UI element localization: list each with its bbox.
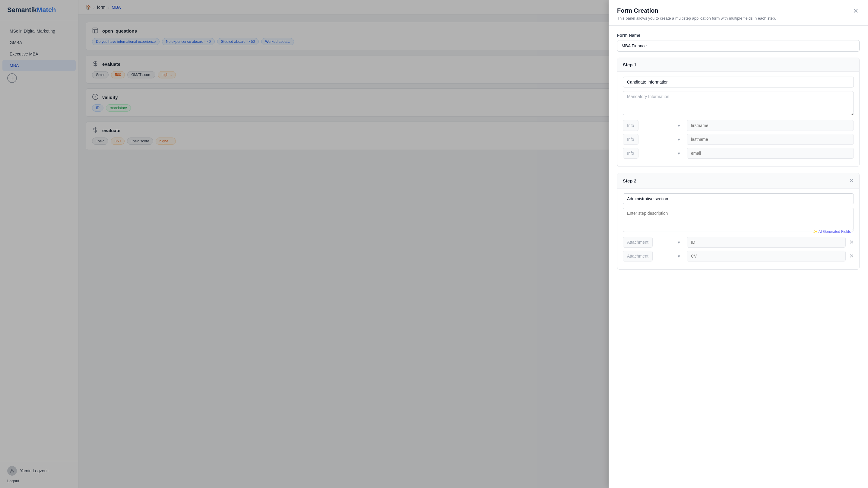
ai-generated-fields-button[interactable]: ✨ AI-Generated Fields <box>813 230 851 234</box>
panel-subtitle: This panel allows you to create a multis… <box>617 16 776 21</box>
step-2-field-remove-0[interactable]: ✕ <box>849 239 854 245</box>
step-2-field-value-1[interactable] <box>687 251 846 262</box>
form-creation-panel: Form Creation This panel allows you to c… <box>609 0 868 488</box>
panel-title: Form Creation <box>617 7 776 14</box>
step-2-name-input[interactable] <box>623 193 854 204</box>
step-1-field-type-wrapper-0: Info <box>623 120 683 131</box>
step-1-field-type-wrapper-1: Info <box>623 134 683 145</box>
step-2-close-button[interactable]: ✕ <box>849 177 854 184</box>
step-1-field-value-1[interactable] <box>687 134 854 145</box>
step-1-field-value-0[interactable] <box>687 120 854 131</box>
step-2-field-value-0[interactable] <box>687 237 846 248</box>
step-2-field-type-0[interactable]: Attachment <box>623 237 653 248</box>
step-2-body: ✨ AI-Generated Fields Attachment ✕ <box>617 188 859 269</box>
step-2-card: Step 2 ✕ ✨ AI-Generated Fields Attachmen… <box>617 173 860 270</box>
step-1-header: Step 1 <box>617 58 859 72</box>
step-2-field-type-wrapper-1: Attachment <box>623 251 683 262</box>
form-name-input[interactable] <box>617 40 860 52</box>
step-2-header: Step 2 ✕ <box>617 173 859 188</box>
step-1-body: Mandatory Information Info Info <box>617 72 859 166</box>
step-1-field-row-1: Info <box>623 134 854 145</box>
step-1-field-value-2[interactable] <box>687 148 854 159</box>
step-1-title: Step 1 <box>623 62 637 67</box>
step-1-field-type-wrapper-2: Info <box>623 148 683 159</box>
step-1-field-row-2: Info <box>623 148 854 159</box>
form-name-label: Form Name <box>617 33 860 38</box>
step-1-field-type-2[interactable]: Info <box>623 148 639 159</box>
step-2-field-type-1[interactable]: Attachment <box>623 251 653 262</box>
step-2-field-row-0: Attachment ✕ <box>623 237 854 248</box>
step-2-desc-wrapper: ✨ AI-Generated Fields <box>623 208 854 237</box>
step-1-field-type-1[interactable]: Info <box>623 134 639 145</box>
step-1-field-row-0: Info <box>623 120 854 131</box>
step-2-field-type-wrapper-0: Attachment <box>623 237 683 248</box>
panel-body: Form Name Step 1 Mandatory Information I… <box>609 26 868 488</box>
step-2-field-remove-1[interactable]: ✕ <box>849 253 854 260</box>
step-1-description[interactable]: Mandatory Information <box>623 91 854 115</box>
step-2-title: Step 2 <box>623 178 637 183</box>
step-2-description[interactable] <box>623 208 854 232</box>
step-2-field-row-1: Attachment ✕ <box>623 251 854 262</box>
step-1-field-type-0[interactable]: Info <box>623 120 639 131</box>
step-1-name-input[interactable] <box>623 77 854 88</box>
panel-close-button[interactable]: ✕ <box>852 7 860 15</box>
panel-header: Form Creation This panel allows you to c… <box>609 0 868 26</box>
step-1-card: Step 1 Mandatory Information Info <box>617 58 860 167</box>
